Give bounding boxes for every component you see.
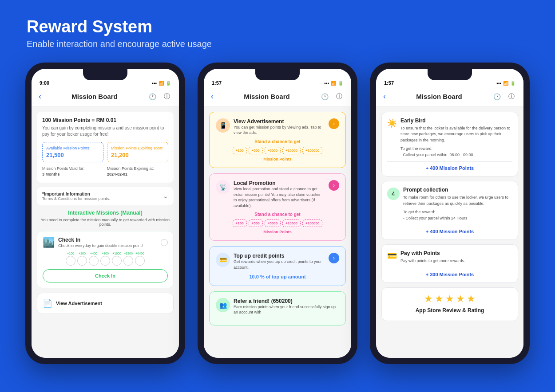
chip-5000-2: +5000 [265, 220, 281, 227]
early-bird-pts: + 400 Mission Points [387, 161, 512, 171]
available-value: 21,500 [46, 152, 99, 158]
expiring-label: Mission Points Expiring soon: [111, 146, 164, 151]
checkin-day-1: +100 [66, 252, 75, 266]
status-time-1: 9:00 [40, 80, 49, 86]
early-bird-card: ☀️ Early Bird To ensure that the locker … [381, 112, 518, 177]
checkin-day-7: +6400 [135, 252, 145, 266]
app-content-1[interactable]: 100 Mission Points = RM 0.01 You can gai… [32, 106, 179, 358]
app-header-icons-2: 🕐 ⓘ [320, 92, 344, 102]
mission-pts-label-1: Mission Points [216, 157, 339, 161]
wifi-icon-2: 📶 [331, 81, 336, 86]
star-4: ★ [456, 293, 465, 305]
wifi-icon-3: 📶 [503, 81, 508, 86]
important-info[interactable]: *Important Information Terms & Condition… [37, 187, 174, 205]
local-promo-desc: View local promotion and stand a chance … [234, 186, 325, 208]
star-5: ★ [467, 293, 476, 305]
pay-points-icon: 💳 [387, 251, 397, 261]
checkin-desc: Check in everyday to gain double mission… [58, 243, 143, 249]
view-ad-row: 📱 View Advertisement You can get mission… [216, 118, 339, 136]
early-bird-desc: To ensure that the locker is available f… [400, 125, 512, 144]
phone-notch-2 [255, 69, 300, 80]
view-ad-card-desc: You can get mission points by viewing ad… [234, 125, 325, 136]
view-ad-card[interactable]: 📄 View Advertisement [37, 293, 174, 314]
view-ad-arrow[interactable]: › [329, 118, 339, 129]
info-icon-1[interactable]: ⓘ [162, 92, 172, 102]
signal-icon-3: ▪▪▪ [496, 81, 501, 86]
info-icon-3[interactable]: ⓘ [507, 92, 516, 102]
app-header-icons-1: 🕐 ⓘ [148, 92, 172, 102]
expiring-at-label: Mission Points Expiring at: 2024-02-01 [107, 166, 168, 177]
refer-text: Refer a friend! (650200) Earn mission po… [234, 298, 339, 315]
chip-100000-1: +100000 [302, 147, 322, 154]
checkin-text: Check In Check in everyday to gain doubl… [58, 237, 143, 249]
local-promo-text: Local Promotion View local promotion and… [234, 180, 325, 208]
review-title: App Store Review & Rating [387, 307, 512, 314]
points-chips-1: +100 +500 +5000 +10000 +100000 [216, 147, 339, 154]
topup-title: Top up credit points [234, 253, 325, 259]
app-header-3: ‹ Mission Board 🕐 ⓘ [376, 88, 523, 106]
info-icon-2[interactable]: ⓘ [334, 92, 344, 102]
important-text: *Important Information Terms & Condition… [42, 192, 110, 201]
checkin-day-6: +3200 [123, 252, 133, 266]
interactive-title: Interactive Missions (Manual) [37, 210, 174, 216]
status-time-3: 1:57 [384, 80, 394, 86]
early-bird-reward: To get the reward:- Collect your parcel … [400, 146, 512, 158]
points-eq: 100 Mission Points = RM 0.01 [42, 117, 168, 123]
mission-pts-label-2: Mission Points [216, 230, 339, 234]
points-chips-2: +100 +500 +5000 +10000 +100000 [216, 220, 339, 227]
local-promo-arrow[interactable]: › [329, 180, 339, 191]
back-button-3[interactable]: ‹ [383, 92, 386, 101]
app-header-title-2: Mission Board [244, 93, 289, 100]
pay-points-header: 💳 Pay with Points Pay with points to get… [387, 250, 512, 264]
view-ad-title: View Advertisement [56, 301, 102, 306]
checkin-points-row: +100 +200 +400 +800 [43, 252, 168, 266]
page-title: Reward System [27, 18, 528, 36]
local-promo-row: 📡 Local Promotion View local promotion a… [216, 180, 339, 208]
prompt-desc: To make room for others to use the locke… [403, 195, 512, 207]
pay-points-text: Pay with Points Pay with points to get m… [400, 250, 465, 264]
expiring-value: 21,200 [111, 152, 164, 158]
signal-icon: ▪▪▪ [152, 81, 157, 86]
star-1: ★ [424, 293, 433, 305]
view-ad-card-title: View Advertisement [234, 118, 325, 125]
refer-desc: Earn mission points when your friend suc… [234, 304, 339, 315]
app-content-2[interactable]: 📱 View Advertisement You can get mission… [204, 106, 351, 358]
pay-points-desc: Pay with points to get more rewards. [400, 258, 465, 264]
history-icon-1[interactable]: 🕐 [148, 92, 158, 102]
app-header-1: ‹ Mission Board 🕐 ⓘ [32, 88, 179, 106]
topup-desc: Get rewards when you top up credit point… [234, 259, 325, 270]
phone-2: 1:57 ▪▪▪ 📶 🔋 ‹ Mission Board 🕐 ⓘ [198, 63, 357, 364]
battery-icon-2: 🔋 [338, 81, 343, 86]
stars-row: ★ ★ ★ ★ ★ [387, 293, 512, 305]
early-bird-header: ☀️ Early Bird To ensure that the locker … [387, 118, 512, 158]
available-label: Available Mission Points: [46, 146, 99, 151]
app-header-title-3: Mission Board [416, 93, 462, 100]
back-button-1[interactable]: ‹ [39, 92, 41, 101]
back-button-2[interactable]: ‹ [211, 92, 214, 101]
stand-chance-1: Stand a chance to get [216, 139, 339, 144]
pay-points-pts: + 300 Mission Points [387, 268, 512, 277]
important-sub: Terms & Conditions for mission points. [42, 196, 110, 201]
checkin-button[interactable]: Check In [43, 269, 168, 282]
prompt-card: 4 Prompt collection To make room for oth… [381, 181, 518, 240]
history-icon-2[interactable]: 🕐 [320, 92, 330, 102]
view-ad-icon-circle: 📱 [216, 118, 230, 133]
stand-chance-2: Stand a chance to get [216, 212, 339, 217]
checkin-radio[interactable] [161, 239, 168, 246]
checkin-card: 🏙️ Check In Check in everyday to gain do… [37, 231, 174, 289]
page-subtitle: Enable interaction and encourage active … [27, 39, 528, 49]
app-content-3[interactable]: ☀️ Early Bird To ensure that the locker … [376, 106, 523, 358]
signal-icon-2: ▪▪▪ [324, 81, 329, 86]
app-header-title-1: Mission Board [71, 93, 117, 100]
points-boxes: Available Mission Points: 21,500 Mission… [42, 142, 168, 163]
review-card: ★ ★ ★ ★ ★ App Store Review & Rating [381, 287, 518, 321]
history-icon-3[interactable]: 🕐 [492, 92, 502, 102]
status-time-2: 1:57 [212, 80, 222, 86]
battery-icon: 🔋 [166, 81, 171, 86]
chip-10000-2: +10000 [282, 220, 301, 227]
topup-arrow[interactable]: › [329, 253, 339, 263]
checkin-title: Check In [58, 237, 143, 243]
phone-notch-1 [83, 69, 127, 80]
points-desc: You can gain by completing missions and … [42, 125, 168, 137]
app-header-2: ‹ Mission Board 🕐 ⓘ [204, 88, 351, 106]
